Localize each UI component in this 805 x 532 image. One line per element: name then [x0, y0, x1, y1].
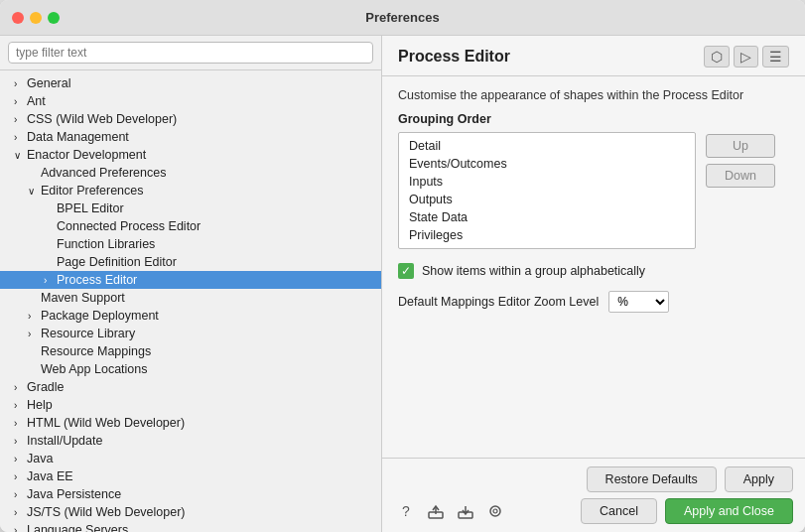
list-item[interactable]: State Data — [399, 208, 695, 226]
traffic-lights — [12, 12, 60, 24]
main-content: › General › Ant › CSS (Wild Web Develope… — [0, 36, 805, 532]
mappings-row: Default Mappings Editor Zoom Level % 50%… — [398, 291, 789, 313]
arrow-icon: › — [14, 454, 24, 465]
help-icon[interactable]: ? — [394, 499, 418, 523]
list-item[interactable]: Privileges — [399, 226, 695, 244]
grouping-order-label: Grouping Order — [398, 112, 789, 126]
import-icon[interactable] — [454, 499, 477, 523]
forward-button[interactable]: ▷ — [734, 46, 758, 67]
sidebar-item-java-persistence[interactable]: › Java Persistence — [0, 485, 381, 503]
sidebar-item-ant[interactable]: › Ant — [0, 92, 381, 110]
sidebar-item-maven-support[interactable]: Maven Support — [0, 289, 381, 307]
sidebar-item-html[interactable]: › HTML (Wild Web Developer) — [0, 414, 381, 432]
sidebar-item-install-update[interactable]: › Install/Update — [0, 432, 381, 450]
sidebar-item-connected-process-editor[interactable]: Connected Process Editor — [0, 217, 381, 235]
preferences-window: Preferences › General › Ant › CSS (Wild … — [0, 0, 805, 532]
arrow-icon: › — [14, 507, 24, 518]
list-item[interactable]: Events/Outcomes — [399, 155, 695, 173]
sidebar-item-data-management[interactable]: › Data Management — [0, 128, 381, 146]
panel-toolbar: ⬡ ▷ ☰ — [704, 46, 789, 67]
footer-top: Restore Defaults Apply — [394, 466, 793, 492]
arrow-icon: › — [14, 78, 24, 89]
sidebar-item-java[interactable]: › Java — [0, 450, 381, 467]
up-button[interactable]: Up — [706, 134, 775, 158]
description: Customise the appearance of shapes withi… — [398, 88, 789, 102]
svg-point-4 — [490, 506, 500, 516]
zoom-select[interactable]: % 50% 75% 100% 150% — [608, 291, 669, 313]
sidebar-item-bpel-editor[interactable]: BPEL Editor — [0, 200, 381, 217]
arrow-icon: › — [44, 275, 54, 286]
right-panel: Process Editor ⬡ ▷ ☰ Customise the appea… — [382, 36, 805, 532]
settings-icon[interactable] — [483, 499, 507, 523]
restore-defaults-button[interactable]: Restore Defaults — [587, 466, 717, 492]
arrow-icon: › — [14, 436, 24, 447]
sidebar-item-help[interactable]: › Help — [0, 396, 381, 414]
minimize-button[interactable] — [30, 12, 42, 24]
sidebar-item-function-libraries[interactable]: Function Libraries — [0, 235, 381, 253]
grouping-buttons: Up Down — [706, 132, 775, 249]
arrow-icon: › — [28, 311, 38, 322]
checkbox-row: ✓ Show items within a group alphabetical… — [398, 263, 789, 279]
arrow-icon: ∨ — [14, 150, 24, 161]
svg-point-5 — [493, 509, 497, 513]
footer-right-buttons: Cancel Apply and Close — [581, 498, 793, 524]
grouping-area: Detail Events/Outcomes Inputs Outputs St… — [398, 132, 789, 249]
cancel-button[interactable]: Cancel — [581, 498, 657, 524]
footer-icons: ? — [394, 499, 507, 523]
arrow-icon: › — [14, 382, 24, 393]
mappings-label: Default Mappings Editor Zoom Level — [398, 295, 599, 309]
panel-header: Process Editor ⬡ ▷ ☰ — [382, 36, 805, 76]
export-icon[interactable] — [424, 499, 448, 523]
maximize-button[interactable] — [48, 12, 60, 24]
arrow-icon: › — [28, 329, 38, 339]
arrow-icon: › — [14, 418, 24, 429]
arrow-icon: › — [14, 400, 24, 411]
sidebar-item-advanced-preferences[interactable]: Advanced Preferences — [0, 164, 381, 182]
list-item[interactable]: Outputs — [399, 191, 695, 208]
filter-wrap — [0, 36, 381, 70]
grouping-list: Detail Events/Outcomes Inputs Outputs St… — [398, 132, 696, 249]
arrow-icon: › — [14, 471, 24, 482]
sidebar-item-general[interactable]: › General — [0, 74, 381, 92]
arrow-icon: › — [14, 114, 24, 125]
sidebar-item-package-deployment[interactable]: › Package Deployment — [0, 307, 381, 325]
arrow-icon: › — [14, 96, 24, 107]
title-bar: Preferences — [0, 0, 805, 36]
checkbox-checked-icon[interactable]: ✓ — [398, 263, 414, 279]
panel-footer: Restore Defaults Apply ? — [382, 458, 805, 532]
sidebar-item-process-editor[interactable]: › Process Editor — [0, 271, 381, 289]
sidebar-item-jsts[interactable]: › JS/TS (Wild Web Developer) — [0, 503, 381, 521]
filter-input[interactable] — [8, 42, 373, 64]
sidebar-item-resource-mappings[interactable]: Resource Mappings — [0, 342, 381, 360]
list-item[interactable]: Detail — [399, 137, 695, 155]
forward-icon: ▷ — [740, 49, 751, 65]
window-title: Preferences — [365, 10, 439, 25]
arrow-icon: › — [14, 489, 24, 500]
sidebar-item-css[interactable]: › CSS (Wild Web Developer) — [0, 110, 381, 128]
back-button[interactable]: ⬡ — [704, 46, 730, 67]
sidebar-item-java-ee[interactable]: › Java EE — [0, 467, 381, 485]
sidebar: › General › Ant › CSS (Wild Web Develope… — [0, 36, 382, 532]
checkbox-label: Show items within a group alphabetically — [422, 264, 645, 278]
close-button[interactable] — [12, 12, 24, 24]
sidebar-item-resource-library[interactable]: › Resource Library — [0, 325, 381, 342]
panel-title: Process Editor — [398, 48, 510, 66]
tree: › General › Ant › CSS (Wild Web Develope… — [0, 70, 381, 532]
sidebar-item-language-servers[interactable]: › Language Servers — [0, 521, 381, 532]
list-item[interactable]: Inputs — [399, 173, 695, 191]
arrow-icon: ∨ — [28, 186, 38, 197]
sidebar-item-gradle[interactable]: › Gradle — [0, 378, 381, 396]
apply-button[interactable]: Apply — [725, 466, 793, 492]
menu-button[interactable]: ☰ — [762, 46, 789, 67]
arrow-icon: › — [14, 132, 24, 143]
menu-icon: ☰ — [769, 49, 782, 65]
sidebar-item-editor-preferences[interactable]: ∨ Editor Preferences — [0, 182, 381, 200]
apply-close-button[interactable]: Apply and Close — [665, 498, 793, 524]
down-button[interactable]: Down — [706, 164, 775, 188]
arrow-icon: › — [14, 525, 24, 533]
sidebar-item-enactor-development[interactable]: ∨ Enactor Development — [0, 146, 381, 164]
back-icon: ⬡ — [711, 49, 723, 65]
footer-bottom: ? — [394, 498, 793, 524]
sidebar-item-web-app-locations[interactable]: Web App Locations — [0, 360, 381, 378]
sidebar-item-page-definition-editor[interactable]: Page Definition Editor — [0, 253, 381, 271]
